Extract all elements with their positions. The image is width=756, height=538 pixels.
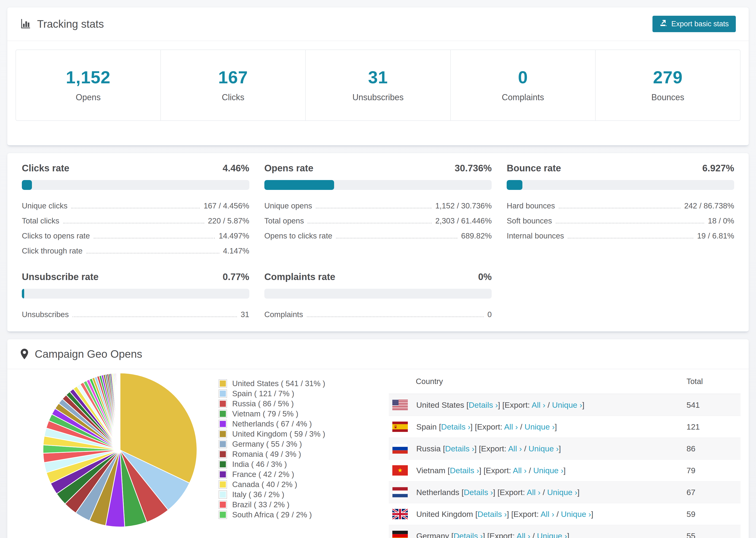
dotted-leader [559,208,680,208]
export-unique-link[interactable]: Unique › [533,466,564,475]
export-all-link[interactable]: All › [540,510,554,518]
bracket: [ [461,488,464,497]
details-link[interactable]: Details › [464,488,493,497]
legend-item: United States ( 541 / 31% ) [219,378,383,389]
legend-swatch [219,480,227,489]
geo-title-wrap: Campaign Geo Opens [20,348,142,360]
rate-detail-value: 1,152 / 30.736% [435,201,492,210]
bracket: ] [559,444,561,453]
export-prefix: ] [Export: [498,401,532,409]
rate-detail-label: Hard bounces [507,201,555,210]
legend-label: France ( 42 / 2% ) [232,470,294,479]
rate-title: Clicks rate [22,163,69,174]
legend-label: Romania ( 49 / 3% ) [232,450,301,459]
table-row-ru: Russia [Details ›] [Export: All › / Uniq… [389,438,740,459]
rate-detail-label: Opens to clicks rate [264,232,333,241]
slash: / [518,422,524,431]
export-prefix: ] [Export: [470,422,504,431]
legend-item: India ( 46 / 3% ) [219,459,383,469]
column-header-country: Country [416,377,686,386]
stat-value: 279 [598,67,738,87]
export-basic-stats-button[interactable]: Export basic stats [652,16,736,32]
legend-label: United Kingdom ( 59 / 3% ) [232,430,325,439]
export-all-link[interactable]: All › [531,401,545,409]
legend-label: United States ( 541 / 31% ) [232,379,325,388]
dotted-leader [316,208,432,208]
rate-detail-label: Click through rate [22,246,82,255]
table-row-nl: Netherlands [Details ›] [Export: All › /… [389,481,740,503]
table-row-us: United States [Details ›] [Export: All ›… [389,394,740,416]
stat-label: Unsubscribes [308,92,448,102]
export-prefix: ] [Export: [483,531,516,538]
rate-progress-fill [264,180,334,190]
rate-progress-bar [22,289,249,298]
export-all-link[interactable]: All › [516,531,530,538]
export-unique-link[interactable]: Unique › [524,422,555,431]
total-cell: 541 [686,401,740,409]
stat-label: Complaints [453,92,593,102]
legend-label: Italy ( 36 / 2% ) [232,490,284,499]
geo-table-header: Country Total [389,369,740,394]
details-link[interactable]: Details › [450,466,479,475]
rate-detail-label: Internal bounces [507,232,564,241]
details-link[interactable]: Details › [477,510,507,518]
ru-flag-icon [392,443,408,454]
export-unique-link[interactable]: Unique › [537,531,567,538]
legend-item: Germany ( 55 / 3% ) [219,439,383,449]
rate-detail-value: 18 / 0% [708,216,734,225]
details-link[interactable]: Details › [441,422,470,431]
rate-progress-fill [507,180,522,190]
legend-swatch [219,501,227,509]
total-cell: 55 [686,531,740,538]
export-prefix: ] [Export: [507,510,541,518]
legend-swatch [219,460,227,468]
legend-label: Netherlands ( 67 / 4% ) [232,419,312,428]
stat-value: 167 [163,67,303,87]
column-header-total: Total [686,377,740,386]
export-prefix: ] [Export: [493,488,527,497]
legend-swatch [219,490,227,499]
bracket: [ [451,531,453,538]
details-link[interactable]: Details › [454,531,483,538]
country-name: Germany [416,531,451,538]
rate-detail-value: 0 [487,310,492,319]
rate-value: 0% [478,272,492,282]
table-row-vn: Vietnam [Details ›] [Export: All › / Uni… [389,459,740,481]
export-unique-link[interactable]: Unique › [561,510,591,518]
rate-detail-row: Hard bounces242 / 86.738% [507,198,734,213]
total-cell: 86 [686,444,740,453]
rate-detail-row: Opens to clicks rate689.82% [264,228,492,243]
bracket: ] [555,422,557,431]
dotted-leader [63,223,204,224]
stat-value: 0 [453,67,593,87]
dotted-leader [86,253,219,253]
export-unique-link[interactable]: Unique › [547,488,577,497]
export-unique-link[interactable]: Unique › [528,444,559,453]
country-cell: United Kingdom [Details ›] [Export: All … [416,510,686,519]
legend-swatch [219,400,227,408]
stat-value: 1,152 [18,67,158,87]
rate-section-opens-rate: Opens rate30.736%Unique opens1,152 / 30.… [264,163,492,258]
rate-detail-label: Soft bounces [507,216,552,225]
rate-detail-row: Soft bounces18 / 0% [507,213,734,228]
export-all-link[interactable]: All › [513,466,527,475]
stat-label: Opens [18,92,158,102]
page-title: Tracking stats [37,18,104,30]
slash: / [530,531,537,538]
pie-slice [120,373,120,450]
page: Tracking stats Export basic stats 1,152O… [0,0,756,538]
rate-value: 0.77% [223,272,249,282]
stat-cell-unsubscribes: 31Unsubscribes [305,50,450,120]
export-unique-link[interactable]: Unique › [552,401,582,409]
rate-detail-row: Total clicks220 / 5.87% [22,213,249,228]
details-link[interactable]: Details › [469,401,498,409]
details-link[interactable]: Details › [445,444,474,453]
legend-label: Germany ( 55 / 3% ) [232,440,302,449]
export-all-link[interactable]: All › [504,422,518,431]
rate-detail-row: Clicks to opens rate14.497% [22,228,249,243]
export-all-link[interactable]: All › [527,488,541,497]
geo-content: United States ( 541 / 31% )Spain ( 121 /… [7,369,749,538]
legend-item: South Africa ( 29 / 2% ) [219,510,383,520]
export-all-link[interactable]: All › [508,444,522,453]
dotted-leader [307,316,484,317]
